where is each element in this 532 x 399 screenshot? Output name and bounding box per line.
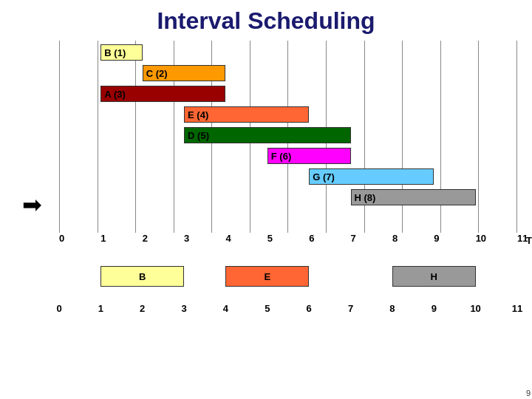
x-tick: 5 — [267, 233, 273, 244]
page-title: Interval Scheduling — [0, 0, 532, 41]
bottom-x-tick: 6 — [307, 303, 312, 314]
bottom-x-tick: 3 — [181, 303, 186, 314]
chart-area: B (1)C (2)A (3)E (4)D (5)F (6)G (7)H (8)… — [15, 41, 517, 255]
chart-bar: B (1) — [100, 44, 142, 61]
chart-bar: D (5) — [184, 127, 350, 143]
chart-bar: C (2) — [143, 65, 226, 81]
x-tick: 1 — [100, 233, 106, 244]
bottom-x-tick: 11 — [512, 303, 522, 314]
bottom-x-tick: 4 — [223, 303, 228, 314]
bottom-bar: E — [225, 266, 309, 287]
bottom-x-tick: 7 — [348, 303, 353, 314]
bottom-x-tick: 1 — [98, 303, 103, 314]
x-tick: 10 — [476, 233, 486, 244]
bottom-bar: B — [100, 266, 184, 287]
bottom-x-tick: 8 — [389, 303, 395, 314]
x-tick: 9 — [434, 233, 439, 244]
x-tick: 6 — [309, 233, 314, 244]
x-tick: 3 — [184, 233, 189, 244]
bottom-bars-container: BEH — [59, 266, 517, 287]
x-tick: 0 — [59, 233, 64, 244]
x-tick: 4 — [225, 233, 231, 244]
chart-bar: A (3) — [100, 86, 225, 102]
page-number: 9 — [526, 389, 531, 398]
bottom-x-tick: 9 — [432, 303, 437, 314]
bottom-x-tick: 10 — [470, 303, 480, 314]
bottom-x-tick: 2 — [140, 303, 145, 314]
time-label: Time — [526, 235, 532, 246]
x-tick: 7 — [351, 233, 356, 244]
bottom-axis: 01234567891011 — [59, 303, 517, 321]
bottom-x-tick: 0 — [56, 303, 61, 314]
chart-bar: E (4) — [184, 106, 309, 123]
chart-bar: H (8) — [351, 189, 476, 205]
chart-bar: F (6) — [267, 148, 351, 164]
bottom-bar: H — [392, 266, 476, 287]
x-tick: 8 — [392, 233, 398, 244]
arrow-icon: ➡ — [22, 191, 42, 219]
bottom-section: BEH 01234567891011 — [15, 262, 517, 321]
chart-bar: G (7) — [309, 168, 434, 185]
x-axis: 01234567891011 — [59, 233, 517, 255]
bars-container: B (1)C (2)A (3)E (4)D (5)F (6)G (7)H (8) — [59, 44, 517, 233]
bottom-x-tick: 5 — [265, 303, 270, 314]
x-tick: 2 — [143, 233, 148, 244]
